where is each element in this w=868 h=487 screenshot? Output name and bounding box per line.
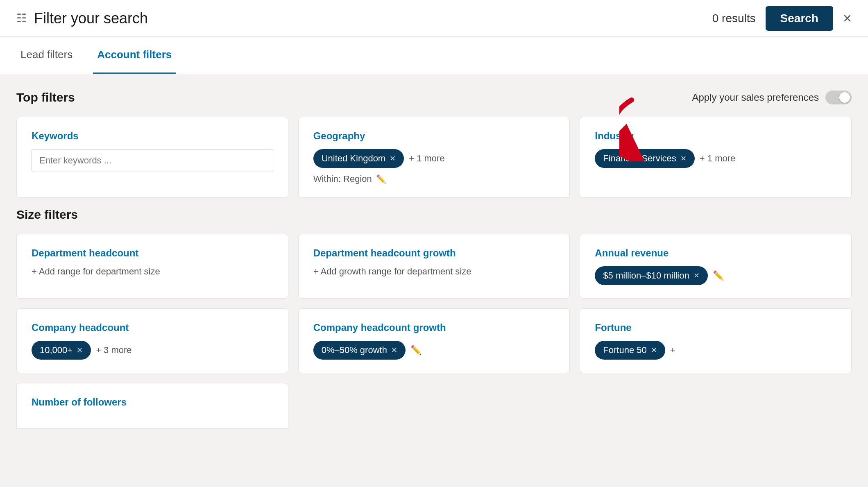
fortune-card: Fortune Fortune 50 ✕ + [580, 308, 852, 373]
header-left: ☷ Filter your search [16, 10, 712, 27]
number-followers-label: Number of followers [32, 396, 273, 408]
geography-tag-remove[interactable]: ✕ [390, 154, 396, 163]
size-filters-grid-3: Number of followers [16, 383, 852, 429]
sales-pref-toggle[interactable] [825, 91, 852, 104]
industry-tag-remove[interactable]: ✕ [680, 154, 687, 163]
dept-headcount-add-range-text: + Add range for department size [32, 266, 160, 277]
company-headcount-label: Company headcount [32, 322, 273, 333]
size-filters-grid-2: Company headcount 10,000+ ✕ + 3 more Com… [16, 308, 852, 373]
sales-pref-label: Apply your sales preferences [692, 92, 819, 103]
fortune-add-more[interactable]: + [670, 345, 675, 356]
filter-icon: ☷ [16, 11, 27, 25]
industry-card: Industry Financial Services ✕ + 1 more [580, 117, 852, 198]
dept-headcount-growth-add-range[interactable]: + Add growth range for department size [313, 266, 555, 277]
company-headcount-growth-tag-remove[interactable]: ✕ [391, 346, 397, 355]
industry-tags-row: Financial Services ✕ + 1 more [595, 149, 735, 168]
company-headcount-tag-text: 10,000+ [40, 345, 73, 356]
annual-revenue-label: Annual revenue [595, 247, 836, 259]
fortune-tag-remove[interactable]: ✕ [651, 346, 657, 355]
within-row: Within: Region ✏️ [313, 174, 555, 184]
company-headcount-growth-label: Company headcount growth [313, 322, 555, 333]
page-title: Filter your search [34, 10, 148, 27]
geography-more[interactable]: + 1 more [409, 153, 444, 164]
company-headcount-tag[interactable]: 10,000+ ✕ [32, 341, 91, 360]
tab-lead-filters[interactable]: Lead filters [16, 37, 77, 74]
geography-tag-uk[interactable]: United Kingdom ✕ [313, 149, 404, 168]
size-filters-title: Size filters [16, 208, 852, 222]
dept-headcount-label: Department headcount [32, 247, 273, 259]
header-right: 0 results Search × [712, 6, 852, 31]
company-headcount-more[interactable]: + 3 more [96, 345, 131, 356]
dept-headcount-card: Department headcount + Add range for dep… [16, 234, 288, 299]
dept-headcount-growth-label: Department headcount growth [313, 247, 555, 259]
keywords-input[interactable] [32, 149, 273, 172]
company-headcount-growth-card: Company headcount growth 0%–50% growth ✕… [298, 308, 570, 373]
industry-tag-text: Financial Services [603, 153, 676, 164]
dept-headcount-growth-card: Department headcount growth + Add growth… [298, 234, 570, 299]
size-filters-grid-1: Department headcount + Add range for dep… [16, 234, 852, 299]
annual-revenue-tag-text: $5 million–$10 million [603, 270, 689, 281]
company-headcount-tag-remove[interactable]: ✕ [77, 346, 83, 355]
annual-revenue-tags-row: $5 million–$10 million ✕ ✏️ [595, 266, 836, 285]
top-filters-title: Top filters [16, 91, 75, 104]
company-headcount-tags-row: 10,000+ ✕ + 3 more [32, 341, 273, 360]
keywords-card: Keywords [16, 117, 288, 198]
industry-more[interactable]: + 1 more [700, 153, 735, 164]
fortune-tags-row: Fortune 50 ✕ + [595, 341, 836, 360]
close-button[interactable]: × [843, 11, 852, 26]
fortune-label: Fortune [595, 322, 836, 333]
top-filters-header: Top filters Apply your sales preferences [16, 91, 852, 104]
tab-account-filters[interactable]: Account filters [93, 37, 176, 74]
annual-revenue-edit-icon[interactable]: ✏️ [713, 270, 724, 281]
annual-revenue-tag[interactable]: $5 million–$10 million ✕ [595, 266, 707, 285]
company-headcount-growth-tag-text: 0%–50% growth [322, 345, 387, 356]
keywords-label: Keywords [32, 130, 273, 142]
geography-tag-text: United Kingdom [322, 153, 386, 164]
geography-tags-row: United Kingdom ✕ + 1 more [313, 149, 555, 168]
geography-label: Geography [313, 130, 555, 142]
search-button[interactable]: Search [766, 6, 833, 31]
industry-label: Industry [595, 130, 836, 142]
company-headcount-growth-edit-icon[interactable]: ✏️ [410, 345, 422, 356]
fortune-tag[interactable]: Fortune 50 ✕ [595, 341, 665, 360]
industry-card-content: Financial Services ✕ + 1 more [595, 149, 836, 168]
annual-revenue-card: Annual revenue $5 million–$10 million ✕ … [580, 234, 852, 299]
tabs-bar: Lead filters Account filters [0, 37, 868, 74]
geography-card: Geography United Kingdom ✕ + 1 more With… [298, 117, 570, 198]
annual-revenue-tag-remove[interactable]: ✕ [693, 271, 700, 280]
header: ☷ Filter your search 0 results Search × [0, 0, 868, 37]
sales-pref-row: Apply your sales preferences [692, 91, 852, 104]
within-edit-icon[interactable]: ✏️ [376, 174, 386, 184]
company-headcount-growth-tags-row: 0%–50% growth ✕ ✏️ [313, 341, 555, 360]
company-headcount-growth-tag[interactable]: 0%–50% growth ✕ [313, 341, 406, 360]
fortune-tag-text: Fortune 50 [603, 345, 646, 356]
main-content: Top filters Apply your sales preferences… [0, 74, 868, 455]
size-filters-section: Size filters Department headcount + Add … [16, 208, 852, 429]
within-label: Within: Region [313, 174, 372, 184]
top-filters-grid: Keywords Geography United Kingdom ✕ + 1 … [16, 117, 852, 198]
dept-headcount-growth-add-range-text: + Add growth range for department size [313, 266, 471, 277]
results-count: 0 results [712, 12, 756, 25]
company-headcount-card: Company headcount 10,000+ ✕ + 3 more [16, 308, 288, 373]
number-followers-card: Number of followers [16, 383, 288, 429]
dept-headcount-add-range[interactable]: + Add range for department size [32, 266, 273, 277]
industry-tag-financial[interactable]: Financial Services ✕ [595, 149, 695, 168]
